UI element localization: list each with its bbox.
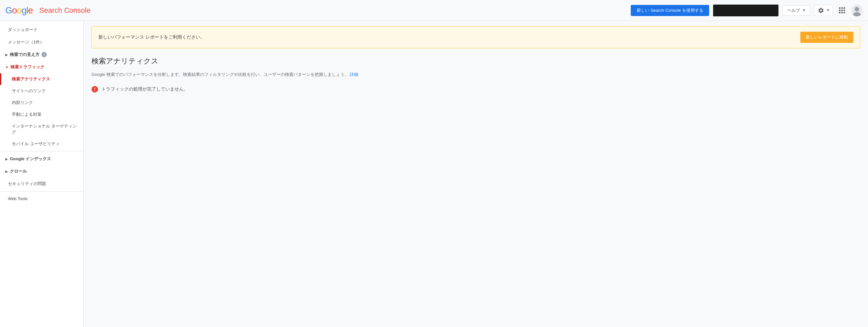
google-index-triangle-icon: ▶ [5,157,8,161]
svg-point-1 [855,7,859,11]
logo-e: e [28,5,33,16]
logo-o1: o [12,5,17,16]
header-right: 新しい Search Console を使用する ヘルプ [631,5,863,16]
detail-link[interactable]: 詳細 [350,72,358,77]
help-chevron-icon [803,9,805,11]
settings-button[interactable] [814,5,833,16]
header-logo: Google Search Console [5,5,91,16]
banner-text: 新しいパフォーマンス レポートをご利用ください。 [98,34,205,40]
avatar-image [851,5,863,16]
logo-g2: g [22,5,27,16]
user-avatar[interactable] [851,5,863,16]
page-content: 検索アナリティクス Google 検索でのパフォーマンスを分析します。検索結果の… [84,49,868,100]
page-title: 検索アナリティクス [92,56,860,66]
info-icon[interactable]: i [41,52,47,57]
error-icon: ! [92,86,98,93]
gear-chevron-icon [827,9,830,11]
google-logo: Google [5,5,33,16]
sidebar-item-mobile-usability[interactable]: モバイル ユーザビリティ [0,138,83,150]
sidebar-item-search-traffic[interactable]: ▼ 検索トラフィック [0,61,83,73]
sidebar-item-security-issues[interactable]: セキュリティの問題 [0,178,83,190]
logo-o2: o [17,5,22,16]
sidebar-item-google-index[interactable]: ▶ Google インデックス [0,153,83,165]
site-selector[interactable] [713,5,778,16]
logo-g: G [5,5,12,16]
error-message: ! トラフィックの処理が完了していません。 [92,86,860,93]
apps-button[interactable] [837,5,847,16]
header: Google Search Console 新しい Search Console… [0,0,868,21]
error-text: トラフィックの処理が完了していません。 [101,86,188,92]
sidebar-item-manual-actions[interactable]: 手動による対策 [0,109,83,120]
gear-icon [818,7,824,14]
triangle-icon: ▶ [5,53,8,57]
app-title: Search Console [39,6,91,15]
sidebar-item-dashboard[interactable]: ダッシュボード [0,24,83,36]
sidebar-item-web-tools[interactable]: Web Tools [0,193,83,204]
sidebar-item-internal-links[interactable]: 内部リンク [0,97,83,109]
crawl-triangle-icon: ▶ [5,170,8,173]
sidebar-item-search-analytics[interactable]: 検索アナリティクス [0,73,83,85]
help-button[interactable]: ヘルプ [782,5,810,16]
expanded-triangle-icon: ▼ [5,65,8,69]
new-report-button[interactable]: 新しいレポートに移動 [800,32,853,43]
performance-banner: 新しいパフォーマンス レポートをご利用ください。 新しいレポートに移動 [92,26,860,49]
page-description: Google 検索でのパフォーマンスを分析します。検索結果のフィルタリングや比較… [92,71,860,78]
sidebar-item-search-appearance[interactable]: ▶ 検索での見え方 i [0,49,83,61]
sidebar-item-links-to-site[interactable]: サイトへのリンク [0,85,83,97]
main-layout: ダッシュボード メッセージ（1件） ▶ 検索での見え方 i ▼ 検索トラフィック… [0,21,868,327]
apps-grid-icon [839,7,845,13]
sidebar-item-messages[interactable]: メッセージ（1件） [0,36,83,49]
main-content: 新しいパフォーマンス レポートをご利用ください。 新しいレポートに移動 検索アナ… [84,21,868,327]
sidebar-item-international-targeting[interactable]: インターナショナル ターゲティング [0,120,83,138]
sidebar-item-crawl[interactable]: ▶ クロール [0,165,83,178]
sidebar: ダッシュボード メッセージ（1件） ▶ 検索での見え方 i ▼ 検索トラフィック… [0,21,84,327]
new-console-button[interactable]: 新しい Search Console を使用する [631,5,709,16]
